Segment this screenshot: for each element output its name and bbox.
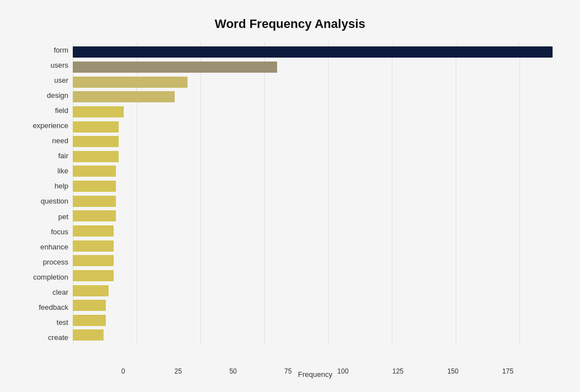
- bar-row: [73, 89, 558, 104]
- y-label: users: [50, 62, 68, 69]
- bars-and-grid: 0255075100125150175 Frequency: [73, 42, 558, 345]
- bar: [73, 240, 114, 252]
- bar-row: [73, 209, 558, 223]
- bar-row: [73, 60, 558, 74]
- chart-container: Word Frequency Analysis formusersuserdes…: [6, 6, 574, 392]
- bar: [73, 77, 188, 88]
- bar-row: [73, 328, 558, 342]
- y-label: clear: [53, 289, 68, 296]
- bar-row: [73, 164, 558, 178]
- y-label: field: [55, 107, 68, 114]
- bar: [73, 91, 175, 102]
- y-label: completion: [33, 273, 68, 281]
- bar-row: [73, 149, 558, 164]
- bar: [73, 300, 106, 311]
- bar: [73, 315, 106, 326]
- bar: [73, 121, 119, 133]
- bar: [73, 329, 104, 341]
- bar-row: [73, 313, 558, 328]
- bar: [73, 46, 553, 58]
- bar-row: [73, 224, 558, 238]
- bar: [73, 181, 116, 192]
- bar: [73, 136, 119, 147]
- bar-row: [73, 105, 558, 119]
- y-label: question: [41, 197, 68, 205]
- y-label: process: [43, 258, 68, 266]
- bar-row: [73, 134, 558, 149]
- bar: [73, 225, 114, 237]
- x-axis-title: Frequency: [73, 370, 558, 379]
- bar-row: [73, 45, 558, 59]
- bar-row: [73, 179, 558, 193]
- y-label: create: [48, 334, 68, 341]
- y-label: need: [52, 137, 68, 144]
- y-label: test: [57, 319, 68, 326]
- y-label: experience: [32, 122, 68, 129]
- bar: [73, 210, 116, 221]
- y-label: help: [54, 182, 68, 190]
- bar: [73, 196, 116, 207]
- y-label: user: [54, 77, 68, 84]
- y-label: pet: [58, 213, 68, 220]
- bar-row: [73, 284, 558, 298]
- y-label: enhance: [40, 243, 68, 251]
- bar-row: [73, 75, 558, 89]
- y-label: focus: [51, 228, 68, 235]
- y-label: form: [54, 46, 68, 54]
- chart-area: formusersuserdesignfieldexperienceneedfa…: [22, 42, 558, 345]
- bar-row: [73, 120, 558, 134]
- bar: [73, 255, 114, 266]
- bar-row: [73, 268, 558, 283]
- bar-row: [73, 239, 558, 253]
- bar: [73, 151, 119, 162]
- bar-row: [73, 298, 558, 313]
- bar: [73, 106, 124, 117]
- bar: [73, 270, 114, 281]
- y-label: fair: [58, 152, 68, 159]
- y-axis-labels: formusersuserdesignfieldexperienceneedfa…: [22, 42, 73, 345]
- y-label: like: [57, 167, 68, 174]
- y-label: feedback: [39, 304, 68, 311]
- bar-row: [73, 253, 558, 268]
- y-label: design: [47, 92, 68, 99]
- bar: [73, 166, 116, 177]
- bar: [73, 285, 109, 296]
- bar: [73, 62, 277, 73]
- bar-row: [73, 194, 558, 209]
- bars-wrapper: [73, 42, 558, 345]
- chart-title: Word Frequency Analysis: [22, 17, 558, 31]
